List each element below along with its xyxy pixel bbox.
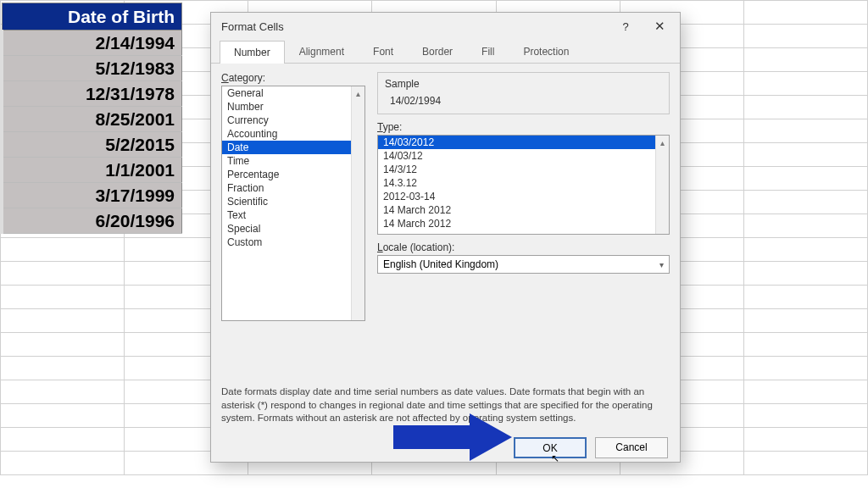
tab-strip: NumberAlignmentFontBorderFillProtection	[211, 40, 680, 64]
locale-label: Locale (location):	[377, 241, 670, 253]
number-pane: Category: GeneralNumberCurrencyAccountin…	[211, 64, 680, 328]
scrollbar[interactable]: ▴	[351, 86, 364, 320]
date-cell[interactable]: 8/25/2001	[2, 107, 182, 132]
type-listbox[interactable]: 14/03/201214/03/1214/3/1214.3.122012-03-…	[377, 135, 670, 235]
sample-label: Sample	[385, 78, 662, 90]
sample-group: Sample 14/02/1994	[377, 72, 670, 114]
category-item[interactable]: Accounting	[222, 127, 364, 141]
category-item[interactable]: Percentage	[222, 168, 364, 181]
scrollbar[interactable]: ▴	[655, 136, 669, 234]
tab-fill[interactable]: Fill	[467, 40, 509, 63]
scroll-up-icon[interactable]: ▴	[352, 86, 364, 100]
category-label: Category:	[221, 72, 365, 84]
category-item[interactable]: Custom	[222, 236, 364, 249]
category-item[interactable]: Scientific	[222, 195, 364, 208]
category-item[interactable]: Number	[222, 100, 364, 114]
dialog-buttons: OK ↖ Cancel	[211, 432, 680, 469]
type-label: Type:	[377, 121, 670, 133]
tab-alignment[interactable]: Alignment	[285, 40, 359, 63]
category-item[interactable]: General	[222, 86, 364, 100]
type-item[interactable]: 14/03/12	[378, 149, 669, 163]
type-item[interactable]: 14.3.12	[378, 176, 669, 190]
locale-combobox[interactable]: English (United Kingdom) ▾	[377, 255, 670, 274]
dialog-titlebar: Format Cells ? ✕	[211, 13, 680, 40]
category-item[interactable]: Date	[222, 141, 364, 154]
scroll-up-icon[interactable]: ▴	[656, 136, 669, 149]
date-cell[interactable]: 3/17/1999	[2, 183, 182, 208]
category-listbox[interactable]: GeneralNumberCurrencyAccountingDateTimeP…	[221, 86, 365, 321]
date-cell[interactable]: 2/14/1994	[2, 30, 182, 56]
category-item[interactable]: Time	[222, 154, 364, 168]
type-item[interactable]: 14 March 2012	[378, 217, 669, 230]
date-cell[interactable]: 1/1/2001	[2, 158, 182, 183]
type-item[interactable]: 2012-03-14	[378, 190, 669, 203]
close-button[interactable]: ✕	[643, 14, 676, 38]
tab-number[interactable]: Number	[220, 41, 285, 64]
date-cell[interactable]: 5/2/2015	[2, 132, 182, 158]
chevron-down-icon: ▾	[659, 260, 664, 269]
dialog-title: Format Cells	[221, 20, 609, 33]
column-header: Date of Birth	[2, 3, 182, 30]
locale-value: English (United Kingdom)	[383, 258, 498, 270]
type-item[interactable]: 14 March 2012	[378, 203, 669, 217]
category-item[interactable]: Currency	[222, 114, 364, 127]
sample-value: 14/02/1994	[385, 95, 662, 107]
cancel-button[interactable]: Cancel	[595, 437, 668, 458]
tab-border[interactable]: Border	[408, 40, 467, 63]
format-description: Date formats display date and time seria…	[211, 328, 680, 432]
date-column: Date of Birth 2/14/19945/12/198312/31/19…	[0, 3, 182, 234]
tab-font[interactable]: Font	[359, 40, 408, 63]
type-item[interactable]: 14/3/12	[378, 163, 669, 176]
category-item[interactable]: Fraction	[222, 181, 364, 195]
type-item[interactable]: 14/03/2012	[378, 136, 669, 149]
tab-protection[interactable]: Protection	[509, 40, 583, 63]
ok-button[interactable]: OK ↖	[514, 437, 587, 458]
date-cell[interactable]: 12/31/1978	[2, 81, 182, 107]
help-button[interactable]: ?	[609, 14, 643, 38]
date-cell[interactable]: 6/20/1996	[2, 208, 182, 234]
category-item[interactable]: Text	[222, 208, 364, 222]
category-item[interactable]: Special	[222, 222, 364, 236]
date-cell[interactable]: 5/12/1983	[2, 56, 182, 81]
format-cells-dialog: Format Cells ? ✕ NumberAlignmentFontBord…	[210, 12, 681, 463]
